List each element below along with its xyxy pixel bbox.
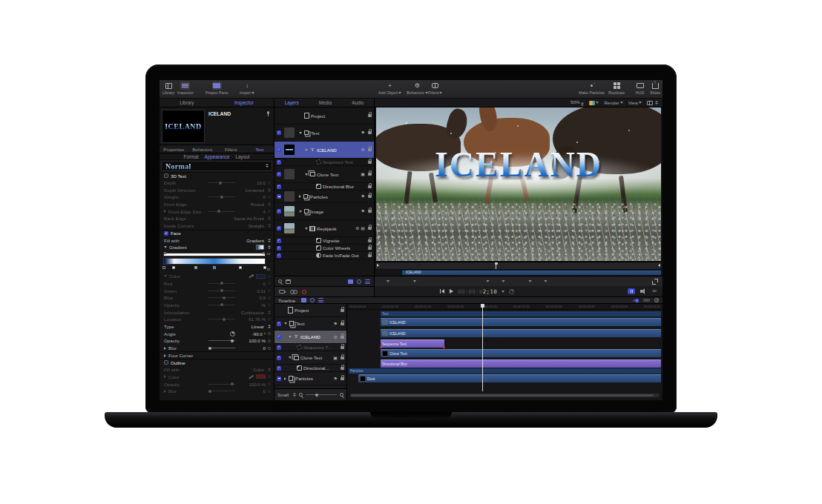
eyedropper-icon[interactable] — [248, 273, 254, 279]
disclosure-icon[interactable] — [299, 132, 302, 134]
parameter-slider[interactable] — [208, 391, 235, 391]
parameter-value[interactable]: Continuous — [236, 310, 264, 315]
zoom-level-select[interactable]: 50% — [571, 99, 584, 106]
lock-icon[interactable] — [341, 336, 344, 339]
keyframe-button[interactable] — [268, 375, 271, 378]
timeline-clips-view-icon[interactable] — [301, 298, 306, 302]
clip-out-handle[interactable] — [443, 346, 445, 348]
layer-row[interactable]: Text ⚑ — [274, 125, 374, 142]
layer-name[interactable]: Image — [311, 209, 360, 214]
slider-knob[interactable] — [223, 318, 226, 321]
layer-activation-checkbox[interactable] — [277, 246, 281, 251]
lock-icon[interactable] — [368, 247, 372, 250]
parameter-slider[interactable] — [208, 291, 235, 291]
timecode-menu-chevron[interactable] — [502, 291, 504, 293]
loop-playback-icon[interactable] — [509, 289, 514, 294]
parameter-value[interactable]: 0 — [237, 194, 266, 199]
search-icon[interactable] — [278, 279, 282, 283]
mini-playhead[interactable] — [496, 263, 496, 269]
parameter-slider[interactable] — [208, 196, 235, 197]
out-point-marker[interactable] — [658, 264, 660, 267]
parameter-slider[interactable] — [208, 283, 235, 284]
keyframe-button[interactable] — [268, 339, 271, 342]
slider-knob[interactable] — [231, 339, 234, 342]
canvas-layer-clip[interactable]: ICELAND — [402, 271, 661, 275]
parameter-value[interactable]: 0.11 — [237, 288, 266, 294]
lock-icon[interactable] — [341, 346, 344, 349]
inspector[interactable]: Inspector — [177, 82, 194, 95]
layer-name[interactable]: Fade In/Fade Out — [323, 253, 365, 258]
layer-activation-checkbox[interactable] — [277, 209, 281, 213]
show-layers-toggle-icon[interactable] — [348, 279, 353, 284]
mask-tool[interactable] — [495, 279, 505, 285]
select-stepper[interactable] — [268, 216, 271, 220]
panel-tab[interactable]: Inspector — [234, 100, 254, 105]
timecode-display[interactable]: 00:00:02;10 — [458, 288, 497, 295]
canvas-title-text[interactable]: ICELAND — [376, 147, 661, 183]
disclosure-icon[interactable] — [164, 275, 167, 277]
layer-name[interactable]: Text — [311, 130, 360, 136]
timeline-zoom-slider[interactable] — [306, 394, 337, 395]
keyframe-button[interactable] — [268, 318, 271, 321]
make-particles[interactable]: Make Particles — [579, 82, 605, 95]
gradient-color-stop[interactable] — [194, 266, 197, 269]
opacity-stop[interactable] — [164, 252, 166, 254]
disclosure-icon[interactable] — [284, 377, 286, 380]
parameter-value[interactable]: Centered — [236, 188, 264, 193]
disclosure-icon[interactable] — [164, 375, 166, 378]
lock-icon[interactable] — [341, 367, 344, 370]
parameter-value[interactable]: 10.0 — [237, 180, 266, 185]
slider-knob[interactable] — [217, 210, 220, 213]
inspector-tab[interactable]: Behaviors — [188, 145, 217, 153]
keyframe-button[interactable] — [268, 196, 271, 199]
layer-name[interactable]: Color Wheels — [323, 245, 365, 251]
layer-row[interactable]: Reykjavik ⚙ ▤ — [274, 220, 374, 237]
timeline-clip[interactable]: Particles — [349, 368, 661, 374]
lock-icon[interactable] — [368, 195, 372, 198]
disclosure-icon[interactable] — [305, 149, 308, 151]
previous-frame-button[interactable] — [440, 289, 445, 294]
keyframe-button[interactable] — [268, 210, 271, 213]
disclosure-icon[interactable] — [289, 336, 292, 338]
canvas-viewport[interactable]: ICELAND — [376, 107, 661, 261]
lock-icon[interactable] — [368, 227, 372, 230]
in-point-marker[interactable] — [377, 264, 379, 267]
layer-name[interactable]: Clone Text — [300, 355, 332, 360]
layer-name[interactable]: Sequence T... — [303, 345, 338, 350]
image-mask-tool[interactable] — [537, 279, 548, 285]
parameter-checkbox[interactable]: ✓ — [164, 360, 168, 365]
gradient-preset-icon[interactable] — [256, 245, 264, 250]
layer-activation-checkbox[interactable] — [277, 172, 281, 176]
layer-row[interactable]: ICELAND ⚙ — [274, 142, 374, 159]
layer-row[interactable]: Image ⚑ — [274, 203, 374, 220]
parameter-value[interactable]: Color — [236, 367, 264, 372]
select-stepper[interactable] — [268, 239, 271, 242]
text-style-preset[interactable]: Normal — [161, 161, 272, 171]
layer-name[interactable]: Directional... — [303, 365, 338, 371]
layer-activation-checkbox[interactable] — [277, 185, 281, 189]
select-stepper[interactable] — [268, 325, 271, 328]
timeline-layer-row[interactable]: ICELAND ⚙ — [274, 331, 346, 344]
slider-knob[interactable] — [208, 347, 211, 350]
layer-activation-checkbox[interactable] — [277, 356, 281, 360]
lock-icon[interactable] — [341, 322, 344, 325]
layer-row[interactable]: Vignette — [274, 237, 374, 245]
parameter-slider[interactable] — [208, 319, 235, 319]
timeline-clip[interactable]: Clone Text — [381, 349, 661, 357]
select-tool[interactable] — [379, 279, 389, 285]
slider-knob[interactable] — [223, 296, 226, 299]
layer-name[interactable]: Directional Blur — [323, 184, 365, 189]
parameter-slider[interactable] — [208, 305, 235, 305]
layer-name[interactable]: Text — [296, 321, 332, 326]
disclosure-icon[interactable] — [164, 210, 166, 213]
inspector-tab[interactable]: Filters — [217, 145, 246, 153]
render-indicator[interactable] — [628, 288, 635, 294]
keyframe-button[interactable] — [268, 347, 271, 350]
view-menu[interactable]: View — [628, 100, 642, 105]
shape-tool[interactable] — [479, 279, 490, 285]
hud[interactable]: HUD — [635, 82, 645, 95]
camera-icon[interactable] — [279, 290, 285, 294]
layer-name[interactable]: ICELAND — [300, 334, 332, 339]
filters[interactable]: Filters — [428, 82, 442, 95]
slider-knob[interactable] — [231, 382, 234, 385]
